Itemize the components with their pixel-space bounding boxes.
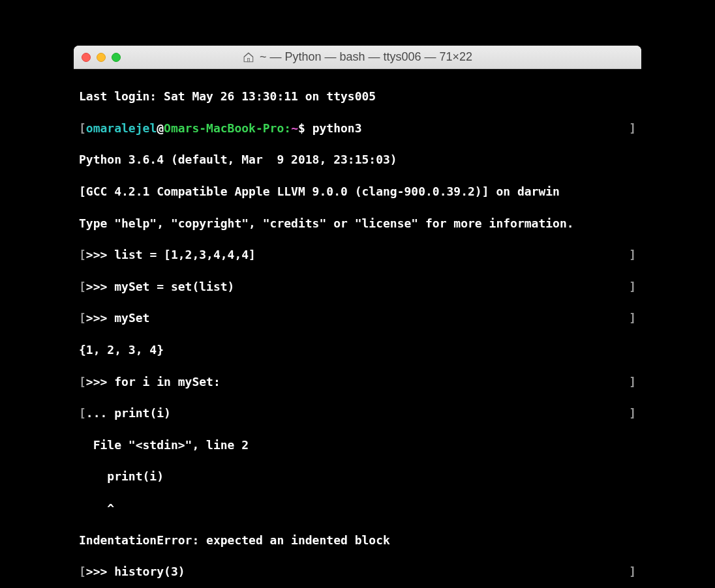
terminal-line: {1, 2, 3, 4} xyxy=(79,342,636,358)
terminal-line: ^ xyxy=(79,501,636,516)
bracket-open: [ xyxy=(79,374,86,390)
terminal-line: [>>> for i in mySet:] xyxy=(79,374,636,390)
repl-prompt: >>> xyxy=(86,248,114,261)
maximize-button[interactable] xyxy=(112,53,121,62)
terminal-line: [GCC 4.2.1 Compatible Apple LLVM 9.0.0 (… xyxy=(79,184,636,199)
terminal-line: [>>> mySet] xyxy=(79,310,636,326)
terminal-line: File "<stdin>", line 2 xyxy=(79,437,636,453)
bracket-open: [ xyxy=(79,121,86,136)
bracket-close: ] xyxy=(629,121,636,136)
bracket-open: [ xyxy=(79,564,86,580)
terminal-line: [>>> list = [1,2,3,4,4,4]] xyxy=(79,247,636,263)
bracket-close: ] xyxy=(629,564,636,580)
terminal-line: [omaralejel@Omars-MacBook-Pro:~$ python3… xyxy=(79,121,636,136)
prompt-dollar: $ xyxy=(298,121,305,135)
repl-output: {1, 2, 3, 4} xyxy=(79,342,164,358)
bracket-open: [ xyxy=(79,279,86,295)
repl-input: history(3) xyxy=(114,565,185,578)
minimize-button[interactable] xyxy=(97,53,106,62)
window-title: ~ — Python — bash — ttys006 — 71×22 xyxy=(243,50,472,64)
repl-input: mySet = set(list) xyxy=(114,280,234,293)
terminal-line: [... print(i)] xyxy=(79,405,636,421)
terminal-window: ~ — Python — bash — ttys006 — 71×22 Last… xyxy=(74,46,641,588)
bracket-close: ] xyxy=(629,405,636,421)
close-button[interactable] xyxy=(82,53,91,62)
last-login-text: Last login: Sat May 26 13:30:11 on ttys0… xyxy=(79,89,376,104)
bracket-open: [ xyxy=(79,310,86,326)
prompt-host: Omars-MacBook-Pro: xyxy=(164,121,291,135)
python-help-text: Type "help", "copyright", "credits" or "… xyxy=(79,216,574,231)
traceback-code: print(i) xyxy=(79,469,164,484)
traceback-file: File "<stdin>", line 2 xyxy=(79,437,249,453)
terminal-line: Last login: Sat May 26 13:30:11 on ttys0… xyxy=(79,89,636,104)
prompt-user: omaralejel xyxy=(86,121,157,135)
repl-input: list = [1,2,3,4,4,4] xyxy=(114,248,256,261)
terminal-line: [>>> mySet = set(list)] xyxy=(79,279,636,295)
window-title-text: ~ — Python — bash — ttys006 — 71×22 xyxy=(260,50,472,64)
home-icon xyxy=(243,51,254,63)
bracket-open: [ xyxy=(79,247,86,263)
bracket-close: ] xyxy=(629,279,636,295)
bracket-close: ] xyxy=(629,374,636,390)
terminal-line: print(i) xyxy=(79,469,636,484)
repl-prompt: >>> xyxy=(86,311,114,325)
python-gcc-text: [GCC 4.2.1 Compatible Apple LLVM 9.0.0 (… xyxy=(79,184,560,199)
command-text: python3 xyxy=(305,121,362,135)
error-text: IndentationError: expected an indented b… xyxy=(79,533,390,548)
repl-input: mySet xyxy=(114,311,149,325)
terminal-line: Python 3.6.4 (default, Mar 9 2018, 23:15… xyxy=(79,152,636,168)
traceback-caret: ^ xyxy=(79,501,114,516)
repl-input: for i in mySet: xyxy=(114,375,221,389)
titlebar[interactable]: ~ — Python — bash — ttys006 — 71×22 xyxy=(74,46,641,69)
bracket-close: ] xyxy=(629,310,636,326)
repl-prompt: >>> xyxy=(86,565,114,578)
repl-input: print(i) xyxy=(114,406,171,420)
terminal-line: IndentationError: expected an indented b… xyxy=(79,533,636,548)
bracket-close: ] xyxy=(629,247,636,263)
python-version-text: Python 3.6.4 (default, Mar 9 2018, 23:15… xyxy=(79,152,404,168)
prompt-at: @ xyxy=(157,121,164,135)
terminal-line: Type "help", "copyright", "credits" or "… xyxy=(79,216,636,231)
terminal-line: [>>> history(3)] xyxy=(79,564,636,580)
terminal-body[interactable]: Last login: Sat May 26 13:30:11 on ttys0… xyxy=(74,69,641,588)
repl-prompt: >>> xyxy=(86,280,114,293)
svg-rect-0 xyxy=(247,58,249,61)
repl-cont-prompt: ... xyxy=(86,406,114,420)
bracket-open: [ xyxy=(79,405,86,421)
traffic-lights xyxy=(82,53,121,62)
prompt-path: ~ xyxy=(291,121,298,135)
repl-prompt: >>> xyxy=(86,375,114,389)
